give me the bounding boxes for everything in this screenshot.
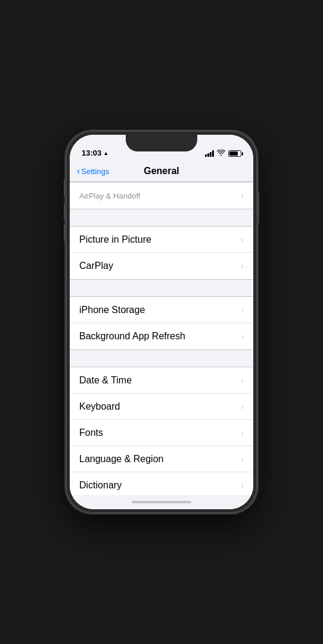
airplay-chevron-icon: › (241, 191, 244, 200)
notch (126, 135, 197, 151)
battery-icon (228, 150, 241, 157)
media-section: Picture in Picture › CarPlay › (70, 226, 253, 280)
spacer-3 (70, 350, 253, 367)
time-text: 13:03 (82, 148, 101, 157)
background-refresh-row[interactable]: Background App Refresh › (70, 323, 253, 349)
date-time-row[interactable]: Date & Time › (70, 367, 253, 394)
spacer-1 (70, 209, 253, 226)
back-label: Settings (81, 167, 109, 176)
language-region-label: Language & Region (79, 454, 163, 465)
storage-section: iPhone Storage › Background App Refresh … (70, 296, 253, 350)
date-time-label: Date & Time (79, 375, 132, 386)
settings-content: AirPlay & Handoff › Picture in Picture › (70, 182, 253, 495)
back-button[interactable]: ‹ Settings (77, 166, 109, 177)
iphone-storage-chevron-icon: › (241, 305, 244, 315)
background-refresh-chevron-icon: › (241, 332, 244, 341)
background-refresh-label: Background App Refresh (79, 331, 185, 342)
fonts-right: › (241, 428, 244, 438)
carplay-right: › (241, 261, 244, 271)
pip-chevron-icon: › (241, 235, 244, 244)
language-region-right: › (241, 454, 244, 464)
home-indicator (70, 495, 253, 509)
locale-section: Date & Time › Keyboard › Fon (70, 367, 253, 495)
spacer-2 (70, 280, 253, 296)
iphone-storage-label: iPhone Storage (79, 305, 145, 315)
pip-label: Picture in Picture (79, 234, 151, 245)
iphone-storage-row[interactable]: iPhone Storage › (70, 297, 253, 323)
back-chevron-icon: ‹ (77, 166, 80, 177)
phone-screen: 13:03 ▲ (70, 135, 253, 509)
fonts-chevron-icon: › (241, 428, 244, 438)
phone-frame: 13:03 ▲ (66, 131, 257, 513)
keyboard-right: › (241, 402, 244, 411)
navigation-bar: ‹ Settings General (70, 161, 253, 182)
pip-right: › (241, 235, 244, 244)
date-time-right: › (241, 376, 244, 385)
airplay-section: AirPlay & Handoff › (70, 182, 253, 209)
status-icons (205, 150, 241, 157)
fonts-row[interactable]: Fonts › (70, 420, 253, 446)
carplay-row[interactable]: CarPlay › (70, 253, 253, 279)
location-icon: ▲ (103, 150, 108, 156)
iphone-storage-right: › (241, 305, 244, 315)
keyboard-chevron-icon: › (241, 402, 244, 411)
date-time-chevron-icon: › (241, 376, 244, 385)
dictionary-row[interactable]: Dictionary › (70, 472, 253, 495)
carplay-chevron-icon: › (241, 261, 244, 271)
pip-row[interactable]: Picture in Picture › (70, 227, 253, 253)
status-time: 13:03 ▲ (82, 148, 108, 157)
background-refresh-right: › (241, 332, 244, 341)
keyboard-row[interactable]: Keyboard › (70, 394, 253, 420)
status-bar: 13:03 ▲ (70, 135, 253, 161)
airplay-row[interactable]: AirPlay & Handoff › (70, 182, 253, 209)
wifi-icon (217, 150, 225, 157)
airplay-label: AirPlay & Handoff (79, 191, 140, 200)
language-region-chevron-icon: › (241, 454, 244, 464)
dictionary-label: Dictionary (79, 480, 122, 491)
home-bar (132, 501, 191, 503)
language-region-row[interactable]: Language & Region › (70, 446, 253, 472)
page-title: General (144, 166, 179, 177)
signal-bars-icon (205, 150, 214, 157)
keyboard-label: Keyboard (79, 401, 120, 412)
dictionary-chevron-icon: › (241, 481, 244, 490)
dictionary-right: › (241, 481, 244, 490)
fonts-label: Fonts (79, 428, 103, 438)
airplay-right: › (241, 191, 244, 200)
carplay-label: CarPlay (79, 261, 113, 271)
